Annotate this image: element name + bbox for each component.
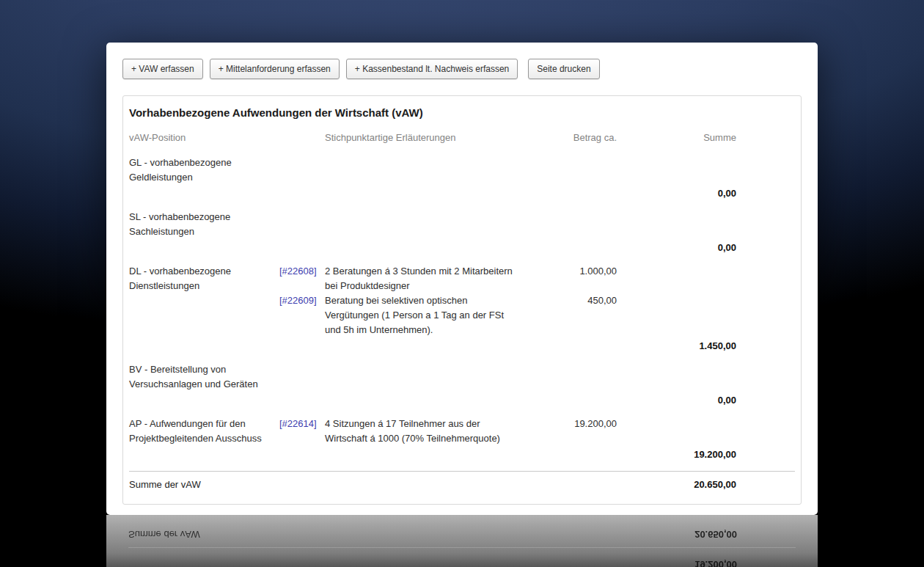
- item-betrag: 1.000,00: [523, 264, 617, 279]
- ref-cell: [#22609]: [279, 293, 325, 308]
- group-summe-row: 0,00: [129, 186, 795, 202]
- ref-cell: [#22608]: [279, 264, 325, 279]
- group-summe-value: 19.200,00: [617, 447, 736, 462]
- item-ref-link[interactable]: [#22614]: [279, 418, 317, 429]
- header-erlaeuterungen: Stichpunktartige Erläuterungen: [325, 131, 523, 145]
- table-group-sl: SL - vorhabenbezogene Sachleistungen 0,0…: [129, 202, 795, 257]
- vaw-panel: Vorhabenbezogene Aufwendungen der Wirtsc…: [122, 95, 802, 505]
- item-description: 2 Beratungen á 3 Stunden mit 2 Mitarbeit…: [325, 264, 523, 293]
- add-vaw-button[interactable]: + VAW erfassen: [122, 59, 203, 79]
- panel-title: Vorhabenbezogene Aufwendungen der Wirtsc…: [129, 106, 795, 119]
- total-value: 20.650,00: [617, 478, 736, 492]
- group-summe-row: 19.200,00: [129, 447, 795, 464]
- vaw-position-cell: DL - vorhabenbezogene Dienstleistungen: [129, 264, 279, 293]
- content-column: + VAW erfassen + Mittelanforderung erfas…: [106, 43, 818, 567]
- header-vaw-position: vAW-Position: [129, 131, 279, 145]
- group-summe-value: 0,00: [617, 241, 736, 255]
- add-mittelanforderung-button[interactable]: + Mittelanforderung erfassen: [210, 59, 340, 79]
- card-reflection: AP - Aufwendungen für den Projektbegleit…: [106, 515, 818, 567]
- reflected-text: 19.200,00: [616, 557, 737, 567]
- group-summe-row: 1.450,00: [129, 339, 795, 355]
- group-summe-value: 1.450,00: [617, 339, 736, 354]
- vaw-position-cell: SL - vorhabenbezogene Sachleistungen: [129, 210, 279, 239]
- group-summe-row: 0,00: [129, 393, 795, 409]
- table-group-bv: BV - Bereitstellung von Versuchsanlagen …: [129, 355, 795, 409]
- item-betrag: 19.200,00: [523, 417, 617, 431]
- toolbar: + VAW erfassen + Mittelanforderung erfas…: [122, 59, 802, 79]
- total-label: Summe der vAW: [129, 478, 279, 492]
- table-row: GL - vorhabenbezogene Geldleistungen: [129, 156, 795, 185]
- desktop-background: + VAW erfassen + Mittelanforderung erfas…: [0, 0, 924, 567]
- table-row: BV - Bereitstellung von Versuchsanlagen …: [129, 362, 795, 392]
- table-group-ap: AP - Aufwendungen für den Projektbegleit…: [129, 409, 795, 464]
- table-row: AP - Aufwendungen für den Projektbegleit…: [129, 417, 795, 446]
- item-betrag: 450,00: [523, 293, 617, 308]
- item-description: 4 Sitzungen á 17 Teilnehmer aus der Wirt…: [325, 417, 523, 446]
- vaw-position-cell: AP - Aufwendungen für den Projektbegleit…: [129, 417, 279, 446]
- table-row: DL - vorhabenbezogene Dienstleistungen […: [129, 264, 795, 293]
- reflected-text: 20.650,00: [616, 527, 737, 541]
- group-summe-value: 0,00: [617, 393, 736, 408]
- reflected-row: 19.200,00: [128, 555, 796, 567]
- table-group-gl: GL - vorhabenbezogene Geldleistungen 0,0…: [129, 148, 795, 202]
- ref-cell: [#22614]: [279, 417, 325, 431]
- group-summe-value: 0,00: [617, 186, 736, 201]
- group-summe-row: 0,00: [129, 241, 795, 257]
- header-summe: Summe: [617, 131, 736, 145]
- reflected-row: Summe der vAW 20.650,00: [128, 524, 796, 548]
- item-description: Beratung bei selektiven optischen Vergüt…: [325, 293, 523, 337]
- item-ref-link[interactable]: [#22608]: [279, 266, 317, 277]
- reflected-text: Summe der vAW: [128, 527, 279, 541]
- table-row: [#22609] Beratung bei selektiven optisch…: [129, 293, 795, 337]
- card-reflection-content: AP - Aufwendungen für den Projektbegleit…: [106, 515, 818, 567]
- table-header-row: vAW-Position Stichpunktartige Erläuterun…: [129, 131, 795, 148]
- add-kassenbestand-button[interactable]: + Kassenbestand lt. Nachweis erfassen: [346, 59, 518, 79]
- vaw-position-cell: BV - Bereitstellung von Versuchsanlagen …: [129, 362, 279, 392]
- content-window: + VAW erfassen + Mittelanforderung erfas…: [106, 43, 818, 515]
- table-total-row: Summe der vAW 20.650,00: [129, 471, 795, 495]
- table-row: SL - vorhabenbezogene Sachleistungen: [129, 210, 795, 239]
- header-betrag: Betrag ca.: [523, 131, 617, 145]
- vaw-position-cell: GL - vorhabenbezogene Geldleistungen: [129, 156, 279, 185]
- table-group-dl: DL - vorhabenbezogene Dienstleistungen […: [129, 257, 795, 355]
- item-ref-link[interactable]: [#22609]: [279, 295, 317, 306]
- print-page-button[interactable]: Seite drucken: [528, 59, 599, 79]
